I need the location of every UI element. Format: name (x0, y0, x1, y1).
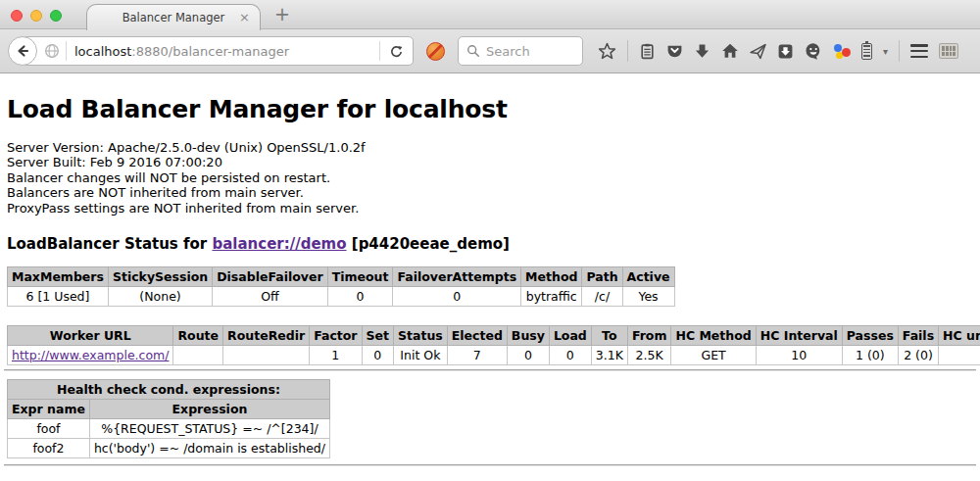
cell-passes: 1 (0) (842, 346, 898, 365)
reload-icon (389, 44, 404, 59)
battery-icon[interactable] (861, 43, 872, 60)
window-close-button[interactable] (11, 10, 23, 22)
cell-active: Yes (622, 287, 674, 307)
persist-note-line: Balancer changes will NOT be persisted o… (7, 170, 980, 185)
status-prefix: LoadBalancer Status for (7, 235, 207, 253)
divider-rule (4, 369, 976, 371)
cell-failoverattempts: 0 (393, 287, 521, 307)
cell-set: 0 (362, 346, 393, 365)
cell-route (173, 346, 223, 365)
column-header: Status (394, 326, 448, 346)
server-version-line: Server Version: Apache/2.5.0-dev (Unix) … (7, 140, 980, 155)
column-header: Path (582, 267, 622, 287)
column-header: Expression (89, 400, 329, 419)
cell-elected: 7 (447, 346, 507, 365)
downloads-icon[interactable] (694, 43, 710, 60)
menu-icon[interactable] (910, 44, 928, 58)
smiley-icon[interactable] (805, 42, 822, 60)
balancer-link[interactable]: balancer://demo (212, 235, 346, 253)
cell-expr-name: foof2 (8, 439, 90, 458)
flashblock-icon[interactable] (426, 42, 445, 61)
cell-routeredir (223, 346, 310, 365)
reading-list-icon[interactable] (639, 43, 656, 60)
window-zoom-button[interactable] (50, 10, 62, 22)
column-header: To (591, 326, 627, 346)
table-row: foof2 hc('body') =~ /domain is establish… (8, 439, 330, 458)
table-row: 6 [1 Used] (None) Off 0 0 bytraffic /c/ … (8, 287, 675, 307)
cell-status: Init Ok (394, 346, 448, 365)
column-header: Fails (898, 326, 938, 346)
window-controls (11, 10, 62, 22)
column-header: FailoverAttempts (393, 267, 521, 287)
cell-stickysession: (None) (108, 287, 212, 307)
status-heading: LoadBalancer Status for balancer://demo … (7, 235, 980, 253)
cell-load: 0 (549, 346, 591, 365)
cell-method: bytraffic (521, 287, 582, 307)
column-header: Active (622, 267, 674, 287)
tab-close-icon[interactable]: × (239, 10, 250, 24)
cell-expr-name: foof (8, 419, 90, 439)
video-download-icon[interactable] (777, 43, 794, 60)
proxypass-note-line: ProxyPass settings are NOT inherited fro… (7, 201, 980, 216)
url-path: :8880/balancer-manager (131, 44, 289, 59)
tab-balancer-manager[interactable]: Balancer Manager × (86, 4, 261, 30)
new-tab-button[interactable]: + (274, 3, 290, 24)
column-header: Passes (842, 326, 898, 346)
cell-maxmembers: 6 [1 Used] (8, 287, 109, 307)
column-header: MaxMembers (8, 267, 109, 287)
reload-button[interactable] (379, 41, 413, 61)
column-header: Route (173, 326, 223, 346)
search-input[interactable] (486, 44, 574, 59)
cell-hc-uri (939, 346, 980, 365)
url-bar[interactable]: localhost:8880/balancer-manager (22, 36, 414, 66)
table-row: foof %{REQUEST_STATUS} =~ /^[234]/ (8, 419, 330, 439)
url-text[interactable]: localhost:8880/balancer-manager (74, 44, 379, 59)
globe-icon (44, 43, 60, 59)
cell-from: 2.5K (627, 346, 671, 365)
worker-url-link[interactable]: http://www.example.com/ (12, 348, 169, 362)
table-row: http://www.example.com/ 1 0 Init Ok 7 0 … (8, 346, 980, 365)
column-header: Factor (310, 326, 362, 346)
cell-path: /c/ (582, 287, 622, 307)
titlebar: Balancer Manager × + (0, 0, 980, 29)
cell-expression: %{REQUEST_STATUS} =~ /^[234]/ (89, 419, 329, 439)
column-header: Load (549, 326, 591, 346)
cell-disablefailover: Off (213, 287, 327, 307)
column-header: Set (362, 326, 393, 346)
server-built-line: Server Built: Feb 9 2016 07:00:20 (7, 155, 980, 169)
search-bar[interactable] (458, 36, 583, 66)
cell-factor: 1 (310, 346, 362, 365)
column-header: From (627, 326, 671, 346)
navigation-toolbar: localhost:8880/balancer-manager (0, 29, 980, 73)
url-divider (66, 41, 67, 61)
balancer-params-table: MaxMembers StickySession DisableFailover… (7, 266, 675, 307)
tab-groups-icon[interactable] (939, 43, 958, 59)
toolbar-divider (627, 40, 628, 62)
column-header: Expr name (8, 400, 90, 419)
column-header: HC Method (671, 326, 756, 346)
page-content: Load Balancer Manager for localhost Serv… (0, 73, 980, 481)
browser-window: Balancer Manager × + localhost:8880/bala… (0, 0, 980, 481)
column-header: HC uri (939, 326, 980, 346)
cell-worker-url: http://www.example.com/ (8, 346, 173, 365)
toolbar-icons: ▾ (598, 40, 958, 62)
home-icon[interactable] (721, 42, 739, 60)
column-header: HC Interval (756, 326, 842, 346)
health-table-title: Health check cond. expressions: (8, 380, 330, 400)
worker-table: Worker URL Route RouteRedir Factor Set S… (7, 325, 980, 365)
url-host: localhost (74, 44, 131, 59)
window-minimize-button[interactable] (30, 10, 42, 22)
send-plane-icon[interactable] (750, 43, 766, 60)
inherit-note-line: Balancers are NOT inherited from main se… (7, 185, 980, 200)
search-icon (466, 44, 480, 58)
cell-busy: 0 (507, 346, 549, 365)
column-header: DisableFailover (213, 267, 327, 287)
cell-hc-method: GET (671, 346, 756, 365)
extension-dots-icon[interactable] (833, 43, 851, 60)
bookmark-star-icon[interactable] (598, 42, 616, 61)
toolbar-divider (899, 40, 900, 62)
dropdown-caret-icon[interactable]: ▾ (883, 46, 888, 57)
back-button[interactable] (8, 36, 37, 66)
column-header: Method (521, 267, 582, 287)
pocket-icon[interactable] (666, 43, 683, 60)
